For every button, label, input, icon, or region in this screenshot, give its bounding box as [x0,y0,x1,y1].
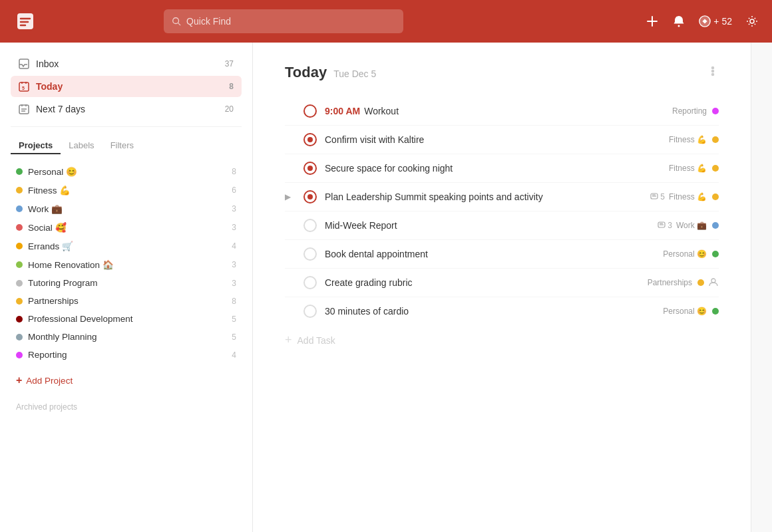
task-item: Mid-Week Report 3Work 💼 [285,211,719,240]
task-comment-count: 3 [658,221,672,230]
project-color-dot [16,187,23,194]
project-label: Professional Development [28,314,133,324]
search-placeholder: Quick Find [186,16,231,27]
task-complete-circle[interactable] [303,247,317,261]
task-complete-circle[interactable] [303,276,317,289]
sidebar-item-errands[interactable]: Errands 🛒 4 [11,237,242,255]
sidebar: Inbox 37 5 Today 8 [0,43,253,532]
today-date: Tue Dec 5 [333,68,376,79]
sidebar-item-tutoring[interactable]: Tutoring Program 3 [11,274,242,292]
project-count: 3 [232,260,236,269]
project-label: Personal 😊 [28,166,77,177]
settings-gear-icon[interactable] [745,15,759,28]
task-item: Create grading rubricPartnerships [285,269,719,297]
task-project-label: Partnerships [648,278,692,287]
tab-labels[interactable]: Labels [61,138,102,154]
today-label: Today [36,81,63,92]
sidebar-item-monthly[interactable]: Monthly Planning 5 [11,328,242,346]
sidebar-item-fitness[interactable]: Fitness 💪 6 [11,181,242,200]
task-project-dot [712,308,719,315]
project-label: Tutoring Program [28,278,98,288]
sidebar-item-work[interactable]: Work 💼 3 [11,200,242,218]
app-logo[interactable] [13,9,37,33]
search-bar[interactable]: Quick Find [164,9,403,33]
task-complete-circle[interactable] [303,219,317,232]
topbar: Quick Find + 52 [0,0,772,43]
next7-count: 20 [225,104,234,114]
project-color-dot [16,280,23,287]
sidebar-item-personal[interactable]: Personal 😊 8 [11,162,242,181]
header-actions-icon[interactable] [707,65,719,80]
task-item: 30 minutes of cardioPersonal 😊 [285,297,719,325]
task-project-label: Fitness 💪 [669,135,707,144]
svg-point-8 [678,25,680,27]
task-time: 9:00 AM [325,106,360,116]
add-project-label: Add Project [26,376,73,386]
project-label: Social 🥰 [28,222,67,233]
right-panel [751,43,772,532]
svg-point-30 [711,279,715,283]
main-layout: Inbox 37 5 Today 8 [0,43,772,532]
project-count: 6 [232,186,236,195]
project-label: Home Renovation 🏠 [28,259,114,270]
task-meta: Reporting [672,106,719,116]
project-color-dot [16,224,23,231]
project-label: Fitness 💪 [28,185,71,196]
archived-projects-label: Archived projects [0,397,252,417]
task-item: 9:00 AMWorkoutReporting [285,97,719,126]
task-project-dot [712,165,719,172]
tab-filters[interactable]: Filters [102,138,142,154]
task-complete-circle[interactable] [303,162,317,175]
task-text: 9:00 AMWorkout [325,106,664,116]
task-complete-circle[interactable] [303,190,317,203]
task-project-dot [712,194,719,200]
add-task-row[interactable]: + Add Task [285,325,719,355]
task-meta: 3Work 💼 [658,221,719,230]
task-complete-circle[interactable] [303,104,317,118]
sidebar-item-today[interactable]: 5 Today 8 [11,76,242,97]
sidebar-item-profdev[interactable]: Professional Development 5 [11,310,242,328]
task-text: Secure space for cooking night [325,163,661,174]
svg-point-23 [712,73,714,75]
task-item: ▶Plan Leadership Summit speaking points … [285,183,719,211]
task-project-label: Fitness 💪 [669,164,707,173]
sidebar-item-partnerships[interactable]: Partnerships 8 [11,292,242,310]
notification-bell-icon[interactable] [672,15,685,28]
sidebar-item-reporting[interactable]: Reporting 4 [11,346,242,364]
sidebar-divider [11,126,242,127]
task-expand-chevron-icon[interactable]: ▶ [285,192,295,201]
project-count: 5 [232,315,236,324]
task-text: 30 minutes of cardio [325,306,655,317]
task-text: Create grading rubric [325,277,640,288]
karma-count: + 52 [713,16,732,27]
task-project-dot [697,279,704,286]
project-label: Errands 🛒 [28,241,73,251]
task-meta: 5Fitness 💪 [650,192,719,201]
task-project-dot [712,108,719,114]
content-header: Today Tue Dec 5 [285,64,719,81]
sidebar-item-next7[interactable]: Next 7 days 20 [11,98,242,120]
task-project-dot [712,136,719,143]
svg-point-10 [750,19,754,23]
sidebar-item-social[interactable]: Social 🥰 3 [11,218,242,237]
add-project-plus-icon: + [16,374,22,386]
main-content: Today Tue Dec 5 9:00 AMWorkoutReportingC… [253,43,751,532]
task-project-label: Reporting [672,106,707,116]
karma-display[interactable]: + 52 [699,15,732,27]
add-button[interactable] [646,15,659,28]
sidebar-item-inbox[interactable]: Inbox 37 [11,53,242,74]
project-color-dot [16,352,23,358]
project-count: 8 [232,297,236,306]
sidebar-item-home[interactable]: Home Renovation 🏠 3 [11,255,242,274]
project-count: 4 [232,350,236,360]
task-complete-circle[interactable] [303,305,317,318]
task-comment-count: 5 [650,192,665,201]
task-complete-circle[interactable] [303,133,317,146]
today-count: 8 [229,82,234,91]
task-text: Confirm visit with Kaltire [325,134,661,145]
inbox-label: Inbox [36,59,59,69]
task-meta: Personal 😊 [663,307,719,316]
add-project-button[interactable]: + Add Project [0,369,252,392]
task-item: Confirm visit with KaltireFitness 💪 [285,126,719,154]
tab-projects[interactable]: Projects [11,138,61,154]
